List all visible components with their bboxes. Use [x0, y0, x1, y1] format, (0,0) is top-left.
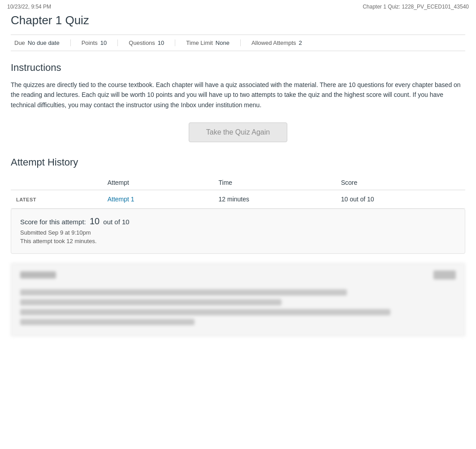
- blurred-score-badge: [433, 270, 456, 279]
- meta-questions: Questions 10: [118, 39, 175, 46]
- take-quiz-button[interactable]: Take the Quiz Again: [189, 122, 287, 142]
- meta-due-value: No due date: [28, 39, 60, 46]
- meta-due-label: Due: [14, 39, 25, 46]
- meta-points: Points 10: [71, 39, 118, 46]
- time-taken-line: This attempt took 12 minutes.: [20, 238, 456, 244]
- attempt-score-cell: 10 out of 10: [336, 190, 465, 209]
- timestamp: 10/23/22, 9:54 PM: [7, 4, 51, 10]
- blurred-question-num: [20, 271, 56, 279]
- meta-questions-label: Questions: [129, 39, 155, 46]
- meta-time-limit-value: None: [216, 39, 229, 46]
- table-header-row: Attempt Time Score: [11, 175, 465, 190]
- instructions-body: The quizzes are directly tied to the cou…: [11, 80, 465, 110]
- score-label: Score for this attempt:: [20, 218, 86, 226]
- latest-badge: LATEST: [16, 197, 36, 202]
- meta-due: Due No due date: [11, 39, 71, 46]
- attempt-details-box: Score for this attempt: 10 out of 10 Sub…: [11, 209, 465, 254]
- blurred-line-2: [20, 299, 281, 305]
- blurred-header: [20, 270, 456, 283]
- blurred-question-section: [11, 263, 465, 336]
- attempt-history-title: Attempt History: [11, 157, 465, 168]
- col-header-score: Score: [336, 175, 465, 190]
- attempt-table: Attempt Time Score LATEST Attempt 1 12 m…: [11, 175, 465, 209]
- meta-bar: Due No due date Points 10 Questions 10 T…: [11, 35, 465, 51]
- blurred-line-4: [20, 319, 195, 325]
- score-out-of: out of 10: [103, 218, 129, 226]
- meta-points-label: Points: [82, 39, 98, 46]
- table-row: LATEST Attempt 1 12 minutes 10 out of 10: [11, 190, 465, 209]
- col-header-attempt: Attempt: [102, 175, 213, 190]
- score-line: Score for this attempt: 10 out of 10: [20, 216, 456, 227]
- meta-time-limit: Time Limit None: [175, 39, 241, 46]
- attempt-link[interactable]: Attempt 1: [108, 196, 134, 203]
- col-header-empty: [11, 175, 102, 190]
- submitted-line: Submitted Sep 9 at 9:10pm: [20, 229, 456, 236]
- attempt-link-cell[interactable]: Attempt 1: [102, 190, 213, 209]
- quiz-id: Chapter 1 Quiz: 1228_PV_ECED101_43540: [363, 4, 469, 10]
- attempt-score: 10 out of 10: [341, 196, 374, 203]
- top-bar: 10/23/22, 9:54 PM Chapter 1 Quiz: 1228_P…: [0, 0, 476, 13]
- meta-allowed-attempts: Allowed Attempts 2: [241, 39, 313, 46]
- latest-badge-cell: LATEST: [11, 190, 102, 209]
- meta-questions-value: 10: [158, 39, 164, 46]
- blurred-line-1: [20, 289, 347, 296]
- col-header-time: Time: [213, 175, 336, 190]
- attempt-time: 12 minutes: [219, 196, 249, 203]
- meta-allowed-attempts-value: 2: [299, 39, 302, 46]
- meta-allowed-attempts-label: Allowed Attempts: [251, 39, 296, 46]
- meta-points-value: 10: [100, 39, 107, 46]
- instructions-title: Instructions: [11, 62, 465, 74]
- attempt-time-cell: 12 minutes: [213, 190, 336, 209]
- score-value: 10: [90, 216, 100, 226]
- page-content: Chapter 1 Quiz Due No due date Points 10…: [0, 13, 476, 354]
- meta-time-limit-label: Time Limit: [186, 39, 212, 46]
- blurred-line-3: [20, 309, 390, 315]
- page-title: Chapter 1 Quiz: [11, 13, 465, 27]
